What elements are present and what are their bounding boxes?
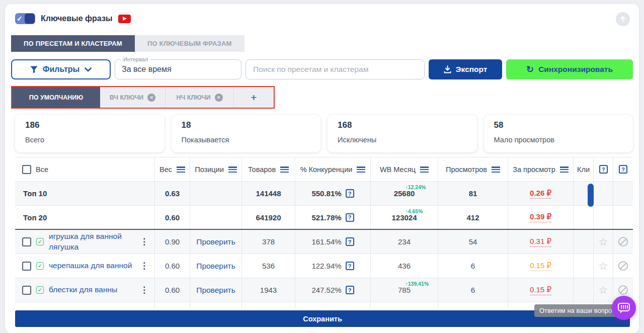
per-view-value[interactable]: 0.31 ₽: [530, 237, 551, 247]
main-panel: ✓ Ключевые фразы ПО ПРЕСЕТАМ И КЛАСТЕРАМ…: [5, 4, 639, 333]
weight-value: 0.60: [155, 206, 190, 229]
per-view-value[interactable]: 0.15 ₽: [530, 285, 551, 295]
wb-month-change: ↑139.41%: [406, 281, 429, 287]
views-value: 6: [438, 278, 508, 302]
sort-icon[interactable]: [357, 166, 365, 173]
filters-button[interactable]: Фильтры: [11, 59, 111, 79]
weight-value: 0.60: [155, 254, 190, 278]
sort-icon[interactable]: [560, 166, 569, 173]
included-check-icon[interactable]: [36, 262, 44, 270]
competition-value: 161.54%: [311, 237, 341, 246]
select-all-label: Все: [36, 165, 48, 174]
stat-label: Мало просмотров: [494, 136, 623, 144]
preset-tabs-highlighted: ПО УМОЛЧАНИЮ ВЧ КЛЮЧИ НЧ КЛЮЧИ +: [11, 86, 275, 109]
preset-tab-vch-label: ВЧ КЛЮЧИ: [110, 94, 144, 101]
wb-month-value: 234: [398, 237, 411, 246]
chat-button[interactable]: [612, 296, 636, 320]
filter-icon: [30, 66, 38, 73]
col-clicks-truncated: Кли: [577, 165, 590, 174]
row-checkbox[interactable]: [22, 262, 31, 271]
chevron-down-icon: [85, 67, 92, 72]
help-icon[interactable]: [346, 286, 354, 294]
help-icon[interactable]: [346, 262, 354, 270]
row-checkbox[interactable]: [22, 286, 31, 295]
search-input[interactable]: [246, 60, 424, 79]
keywords-toggle[interactable]: ✓: [15, 13, 35, 24]
check-position-link[interactable]: Проверить: [196, 262, 235, 271]
page-header: ✓ Ключевые фразы: [15, 13, 131, 24]
close-icon[interactable]: [215, 94, 223, 102]
per-view-value[interactable]: 0.39 ₽: [530, 212, 551, 222]
views-value: 81: [438, 182, 508, 205]
sort-icon[interactable]: [280, 166, 289, 173]
products-value: 378: [242, 230, 295, 254]
sort-icon[interactable]: [492, 166, 500, 173]
scroll-to-top-button[interactable]: [616, 12, 630, 26]
row-menu-icon[interactable]: [138, 261, 150, 271]
products-value: 641920: [242, 206, 295, 229]
row-menu-icon[interactable]: [138, 236, 150, 247]
preset-tab-vch[interactable]: ВЧ КЛЮЧИ: [100, 87, 166, 108]
sort-icon[interactable]: [177, 166, 185, 173]
weight-value: 0.60: [155, 278, 190, 302]
close-icon[interactable]: [147, 94, 155, 102]
keyword-link[interactable]: черепашка для ванной: [49, 261, 132, 271]
stat-card-low-views: 58 Мало просмотров: [484, 115, 633, 152]
table-row: игрушка для ванной лягушка 0.90 Проверит…: [15, 230, 633, 254]
competition-value: 122.94%: [311, 262, 341, 270]
tab-by-key-phrases[interactable]: ПО КЛЮЧЕВЫМ ФРАЗАМ: [135, 35, 245, 52]
per-view-value[interactable]: 0.26 ₽: [530, 189, 551, 199]
per-view-value[interactable]: 0.15 ₽: [530, 261, 551, 271]
included-check-icon[interactable]: [36, 238, 44, 245]
summary-name: Топ 20: [22, 213, 47, 222]
add-preset-button[interactable]: +: [234, 87, 274, 108]
tab-by-presets-clusters[interactable]: ПО ПРЕСЕТАМ И КЛАСТЕРАМ: [11, 35, 135, 52]
table-scrollbar-thumb[interactable]: [588, 184, 594, 207]
keyword-link[interactable]: блестки для ванны: [49, 285, 117, 295]
row-checkbox[interactable]: [22, 237, 31, 246]
search-box: [246, 59, 425, 79]
ban-icon[interactable]: [618, 261, 628, 271]
views-value: 6: [438, 254, 508, 278]
select-all-checkbox[interactable]: [22, 165, 31, 174]
star-icon[interactable]: [599, 260, 608, 272]
stats-cards: 186 Всего 18 Показывается 168 Исключены …: [15, 115, 633, 152]
toggle-check-icon: ✓: [17, 13, 23, 24]
stat-card-total: 186 Всего: [15, 115, 165, 152]
row-menu-icon[interactable]: [138, 285, 150, 295]
keyword-link[interactable]: игрушка для ванной лягушка: [49, 231, 133, 252]
ban-icon[interactable]: [618, 237, 628, 246]
wb-month-change: ↑12.24%: [406, 184, 426, 190]
star-icon[interactable]: [599, 284, 608, 296]
summary-name: Топ 10: [22, 189, 47, 198]
stat-value: 58: [494, 120, 623, 130]
download-icon: [444, 65, 451, 73]
help-icon[interactable]: [346, 189, 354, 198]
preset-tab-default[interactable]: ПО УМОЛЧАНИЮ: [12, 87, 100, 108]
preset-tab-nch[interactable]: НЧ КЛЮЧИ: [166, 87, 234, 108]
interval-select[interactable]: Интервал За все время: [115, 59, 242, 79]
check-position-link[interactable]: Проверить: [196, 286, 235, 295]
sync-label: Синхронизировать: [538, 65, 613, 74]
star-icon[interactable]: [599, 236, 608, 248]
chat-bubble-icon: [617, 301, 631, 315]
ban-icon[interactable]: [618, 285, 628, 295]
sync-button[interactable]: ↻ Синхронизировать: [506, 59, 633, 79]
help-icon[interactable]: [346, 213, 354, 222]
export-button[interactable]: Экспорт: [429, 59, 502, 79]
help-icon[interactable]: [619, 165, 627, 174]
sort-icon[interactable]: [228, 166, 237, 173]
interval-value: За все время: [115, 60, 241, 79]
check-position-link[interactable]: Проверить: [196, 237, 235, 246]
help-icon[interactable]: [599, 165, 608, 174]
stat-card-excluded: 168 Исключены: [328, 115, 477, 152]
youtube-icon[interactable]: [118, 15, 131, 23]
included-check-icon[interactable]: [36, 286, 44, 294]
competition-value: 550.81%: [311, 189, 341, 198]
help-icon[interactable]: [346, 237, 354, 246]
summary-row-top10: Топ 10 0.63 141448 550.81% ↑12.24%25680 …: [15, 182, 633, 206]
stat-label: Всего: [25, 136, 154, 144]
stat-label: Исключены: [338, 136, 467, 144]
sort-icon[interactable]: [420, 166, 429, 173]
weight-value: 0.63: [155, 182, 190, 205]
